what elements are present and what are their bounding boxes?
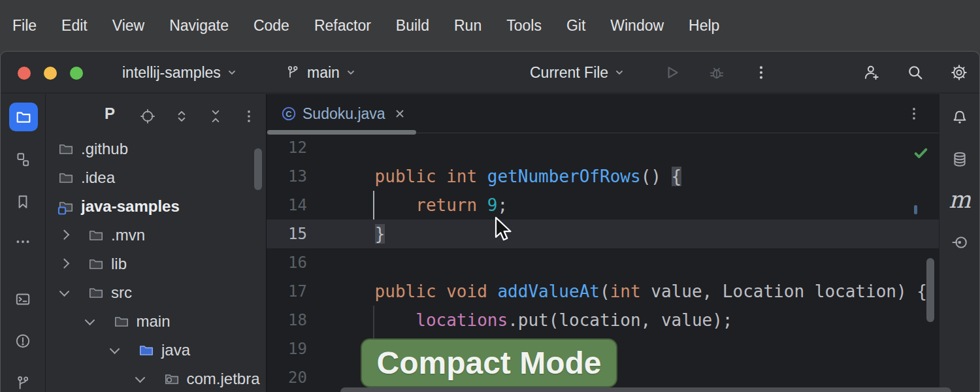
folder-icon: [88, 284, 105, 301]
code-line-18[interactable]: locations.put(location, value);: [334, 306, 733, 335]
tree-item-com-jetbra[interactable]: com.jetbra: [46, 365, 266, 392]
chevron-down-icon[interactable]: [135, 372, 145, 383]
project-tree-scrollbar[interactable]: [254, 148, 262, 190]
menu-item-file[interactable]: File: [0, 17, 49, 35]
tree-item-main[interactable]: main: [46, 307, 266, 336]
more-actions-kebab-icon[interactable]: [752, 63, 770, 82]
line-number-14[interactable]: 14: [267, 191, 307, 220]
class-icon: C: [281, 106, 297, 122]
menu-bar: FileEditViewNavigateCodeRefactorBuildRun…: [0, 0, 980, 51]
code-line-17[interactable]: public void addValueAt(int value, Locati…: [334, 277, 927, 306]
close-tab-icon[interactable]: [394, 108, 406, 120]
locate-file-icon[interactable]: [139, 108, 156, 125]
chevron-down-icon[interactable]: [84, 315, 95, 325]
run-configuration-selector[interactable]: Current File: [530, 52, 625, 93]
settings-gear-icon[interactable]: [950, 63, 968, 82]
project-panel: P .githu: [46, 94, 266, 392]
more-tool-windows-icon[interactable]: [14, 233, 32, 251]
terminal-tool-icon[interactable]: [14, 290, 32, 308]
notifications-bell-icon[interactable]: [951, 108, 969, 127]
line-number-15[interactable]: 15: [267, 220, 307, 248]
menu-item-navigate[interactable]: Navigate: [157, 17, 241, 35]
tree-item-lib[interactable]: lib: [46, 250, 266, 278]
tree-item-label: .mvn: [111, 221, 145, 250]
git-tool-icon[interactable]: [14, 374, 32, 392]
code-editor[interactable]: 121314151617181920 public int getNumberO…: [267, 133, 939, 392]
folder-icon: [113, 313, 130, 330]
chevron-down-icon[interactable]: [59, 286, 70, 297]
tree-item-label: src: [111, 278, 132, 307]
line-number-18[interactable]: 18: [267, 306, 307, 335]
code-line-14[interactable]: return 9;: [334, 191, 508, 220]
debug-button[interactable]: [708, 63, 726, 82]
zoom-window-button[interactable]: [70, 67, 83, 80]
tree-item-src[interactable]: src: [46, 278, 266, 307]
folder-icon: [57, 140, 74, 157]
folder-icon: [88, 255, 105, 272]
tree-item-label: .idea: [81, 163, 115, 192]
menu-item-run[interactable]: Run: [442, 17, 494, 35]
menu-item-view[interactable]: View: [100, 17, 157, 35]
tab-sudoku-java[interactable]: C Sudoku.java: [267, 94, 416, 133]
line-number-12[interactable]: 12: [267, 133, 307, 162]
collapse-all-icon[interactable]: [207, 108, 224, 125]
code-with-me-add-user-icon[interactable]: [862, 63, 881, 82]
code-line-13[interactable]: public int getNumberOfRows() {: [334, 162, 681, 191]
project-tool-button[interactable]: [9, 103, 38, 131]
menu-item-refactor[interactable]: Refactor: [302, 17, 384, 35]
line-number-20[interactable]: 20: [267, 363, 307, 392]
branch-widget[interactable]: main: [286, 52, 356, 93]
bookmarks-tool-icon[interactable]: [14, 193, 32, 211]
minimize-window-button[interactable]: [44, 67, 57, 80]
expand-all-icon[interactable]: [173, 108, 190, 125]
problems-tool-icon[interactable]: [14, 332, 32, 350]
maven-tool-icon[interactable]: m: [951, 191, 969, 209]
menu-item-build[interactable]: Build: [384, 17, 442, 35]
inspections-ok-check-icon[interactable]: [912, 144, 930, 162]
panel-options-kebab-icon[interactable]: [240, 108, 257, 125]
menu-item-edit[interactable]: Edit: [49, 17, 100, 35]
tree-item-java-samples[interactable]: java-samples: [46, 192, 266, 221]
line-number-19[interactable]: 19: [267, 335, 307, 363]
chevron-down-icon[interactable]: [110, 344, 120, 354]
line-number-13[interactable]: 13: [267, 162, 307, 191]
chevron-right-icon[interactable]: [59, 230, 70, 240]
mouse-cursor: [495, 216, 514, 244]
project-widget[interactable]: intellij-samples: [122, 52, 237, 93]
line-number-16[interactable]: 16: [267, 248, 307, 277]
gradle-tool-icon[interactable]: [951, 233, 969, 252]
package-icon: [163, 370, 180, 387]
editor-scrollbar[interactable]: [926, 258, 934, 322]
project-name: intellij-samples: [122, 64, 221, 82]
line-number-17[interactable]: 17: [267, 277, 307, 306]
compact-mode-badge[interactable]: Compact Mode: [361, 338, 617, 387]
tree-item--mvn[interactable]: .mvn: [46, 221, 266, 250]
menu-item-help[interactable]: Help: [676, 17, 732, 35]
database-tool-icon[interactable]: [951, 150, 969, 169]
menu-item-git[interactable]: Git: [554, 17, 598, 35]
left-tool-strip: [1, 94, 46, 392]
tab-options-kebab-icon[interactable]: [906, 105, 923, 122]
menu-item-tools[interactable]: Tools: [494, 17, 554, 35]
main-content: P .githu: [1, 94, 979, 392]
search-everywhere-icon[interactable]: [906, 63, 924, 82]
tree-item-java[interactable]: java: [46, 336, 266, 365]
tab-scroll-indicator[interactable]: [267, 130, 416, 135]
tree-item-label: .github: [81, 135, 128, 163]
menu-item-code[interactable]: Code: [241, 17, 302, 35]
title-bar: intellij-samples main Current File: [1, 52, 979, 93]
structure-tool-icon[interactable]: [14, 150, 32, 169]
menu-item-window[interactable]: Window: [598, 17, 676, 35]
folder-icon: [14, 108, 33, 126]
chevron-down-icon: [346, 67, 356, 78]
run-button[interactable]: [663, 63, 681, 82]
tree-item--github[interactable]: .github: [46, 135, 266, 163]
editor-area[interactable]: C Sudoku.java 1: [266, 94, 939, 392]
chevron-right-icon[interactable]: [59, 259, 70, 269]
tree-item-label: lib: [111, 250, 127, 278]
tree-item--idea[interactable]: .idea: [46, 163, 266, 192]
close-window-button[interactable]: [18, 67, 31, 80]
code-line-15[interactable]: }: [334, 220, 385, 248]
folder-icon: [88, 227, 105, 244]
change-marker: [914, 205, 917, 214]
